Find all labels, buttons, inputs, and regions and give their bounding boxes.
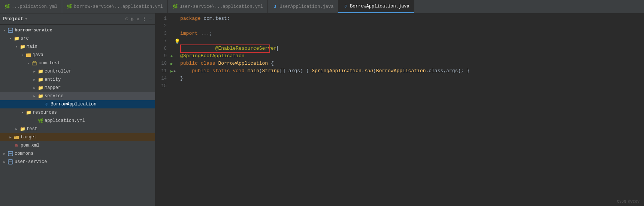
code-line-10: public class BorrowApplication { bbox=[180, 60, 644, 67]
arrow-icon: ▶ bbox=[1, 160, 7, 164]
code-line-15 bbox=[180, 82, 644, 90]
add-button[interactable]: ⊕ bbox=[125, 16, 128, 22]
java-app-icon: J bbox=[43, 101, 49, 107]
tree-item-resources[interactable]: ▾ 📁 resources bbox=[0, 108, 155, 117]
line-num-8: 8 bbox=[155, 45, 167, 52]
tree-item-pom-xml[interactable]: m pom.xml bbox=[0, 141, 155, 150]
package-icon bbox=[31, 60, 37, 66]
tab-borrow-application-java[interactable]: J BorrowApplication.java bbox=[338, 0, 414, 13]
tree-label: borrow-service bbox=[15, 28, 52, 33]
code-line-3: import ...; bbox=[180, 30, 644, 37]
spring-icon: 🌿 bbox=[4, 4, 10, 9]
tree-label: user-service bbox=[15, 159, 47, 165]
gutter-1 bbox=[170, 15, 179, 22]
gutter-11: ▶ ▶ bbox=[170, 67, 179, 75]
code-area: 1 2 3 7 8 9 10 11 14 15 ◈ ▶ bbox=[155, 13, 644, 206]
spring-icon: 🌿 bbox=[37, 118, 43, 124]
tree-label: main bbox=[27, 44, 37, 49]
spring-icon: 🌿 bbox=[67, 4, 72, 9]
gutter-8 bbox=[170, 45, 179, 52]
tree-label: target bbox=[21, 135, 37, 140]
tab-application-yml-1[interactable]: 🌿 ...pplication.yml bbox=[0, 0, 62, 13]
tree-item-target[interactable]: ▶ target bbox=[0, 133, 155, 141]
java-icon: J bbox=[343, 4, 348, 9]
tree-label: pom.xml bbox=[21, 143, 39, 148]
tab-user-application-yml[interactable]: 🌿 user-service\...application.yml bbox=[168, 0, 268, 13]
tab-borrow-application-yml[interactable]: 🌿 borrow-service\...application.yml bbox=[62, 0, 168, 13]
code-lines: package com.test; import ...; 💡 @EnableR… bbox=[179, 15, 644, 205]
tree-item-mapper[interactable]: ▶ 📁 mapper bbox=[0, 84, 155, 92]
java-icon: J bbox=[272, 4, 278, 9]
tree-item-main[interactable]: ▾ 📁 main bbox=[0, 43, 155, 51]
tree-item-borrow-application[interactable]: J BorrowApplication bbox=[0, 100, 155, 108]
arrow-icon: ▾ bbox=[7, 37, 13, 41]
code-content: public static void main(String[] args) {… bbox=[180, 67, 469, 75]
arrow-icon: ▶ bbox=[31, 70, 37, 74]
sidebar-header: Project ▾ ⊕ ⇅ ✕ ⋮ − bbox=[0, 13, 155, 25]
tree-item-src[interactable]: ▾ 📁 src bbox=[0, 34, 155, 43]
code-editor[interactable]: 1 2 3 7 8 9 10 11 14 15 ◈ ▶ bbox=[155, 13, 644, 206]
tab-label: BorrowApplication.java bbox=[350, 4, 409, 9]
tree-label: commons bbox=[15, 151, 33, 156]
main-area: Project ▾ ⊕ ⇅ ✕ ⋮ − ▾ borrow-service ▾ 📁… bbox=[0, 13, 644, 206]
tree-label: resources bbox=[33, 110, 57, 115]
tree-label: controller bbox=[45, 69, 72, 74]
folder-icon: 📁 bbox=[37, 68, 43, 74]
gutter-10[interactable]: ▶ bbox=[170, 60, 179, 67]
line-num-1: 1 bbox=[155, 15, 167, 22]
module-icon bbox=[7, 151, 13, 157]
minimize-button[interactable]: − bbox=[149, 16, 152, 22]
gutter-2 bbox=[170, 22, 179, 30]
code-line-14: } bbox=[180, 75, 644, 82]
folder-icon: 📁 bbox=[13, 36, 19, 41]
line-num-2: 2 bbox=[155, 22, 167, 30]
arrow-icon: ▶ bbox=[7, 135, 13, 139]
expand-icon[interactable]: ▶ bbox=[174, 69, 176, 73]
expand-button[interactable]: ⇅ bbox=[131, 16, 134, 22]
tree-item-borrow-service[interactable]: ▾ borrow-service bbox=[0, 26, 155, 34]
folder-yellow-icon bbox=[25, 52, 31, 58]
tab-bar: 🌿 ...pplication.yml 🌿 borrow-service\...… bbox=[0, 0, 644, 13]
arrow-icon: ▶ bbox=[31, 78, 37, 82]
tree-item-service[interactable]: ▶ 📁 service bbox=[0, 92, 155, 100]
code-line-9: @SpringBootApplication bbox=[180, 52, 644, 60]
tree-item-test[interactable]: ▶ 📁 test bbox=[0, 125, 155, 133]
tree-item-java[interactable]: ▾ java bbox=[0, 51, 155, 59]
sidebar-dropdown-icon[interactable]: ▾ bbox=[25, 16, 28, 21]
line-num-9: 9 bbox=[155, 52, 167, 60]
line-num-10: 10 bbox=[155, 60, 167, 67]
tree-label: application.yml bbox=[45, 118, 85, 123]
tree-label: com.test bbox=[39, 61, 60, 66]
arrow-icon: ▶ bbox=[31, 94, 37, 98]
folder-icon: 📁 bbox=[19, 126, 25, 132]
arrow-icon: ▶ bbox=[31, 86, 37, 90]
tree-item-controller[interactable]: ▶ 📁 controller bbox=[0, 67, 155, 76]
arrow-icon: ▾ bbox=[1, 28, 7, 33]
tab-user-application-java[interactable]: J UserApplication.java bbox=[268, 0, 338, 13]
tree-item-com-test[interactable]: ▾ com.test bbox=[0, 59, 155, 67]
line-num-3: 3 bbox=[155, 30, 167, 37]
tree-item-entity[interactable]: ▶ 📁 entity bbox=[0, 76, 155, 84]
tree-item-application-yml[interactable]: 🌿 application.yml bbox=[0, 117, 155, 125]
code-content: @SpringBootApplication bbox=[180, 52, 245, 60]
close-button[interactable]: ✕ bbox=[136, 16, 139, 22]
tab-label: UserApplication.java bbox=[279, 4, 333, 9]
more-button[interactable]: ⋮ bbox=[142, 16, 147, 22]
tree-label: BorrowApplication bbox=[51, 102, 96, 107]
arrow-icon: ▶ bbox=[1, 152, 7, 156]
watermark: CSDN @vcoy bbox=[617, 200, 640, 204]
arrow-icon: ▶ bbox=[13, 127, 19, 131]
line-num-14: 14 bbox=[155, 75, 167, 82]
tree-label: service bbox=[45, 93, 63, 99]
file-tree: ▾ borrow-service ▾ 📁 src ▾ 📁 main ▾ java bbox=[0, 25, 155, 167]
code-line-1: package com.test; bbox=[180, 15, 644, 22]
tree-item-user-service[interactable]: ▶ user-service bbox=[0, 158, 155, 166]
module-icon bbox=[7, 159, 13, 165]
code-content: package com.test; bbox=[180, 15, 230, 22]
tree-item-commons[interactable]: ▶ commons bbox=[0, 150, 155, 158]
spring-icon: 🌿 bbox=[172, 4, 178, 9]
gutter-3 bbox=[170, 30, 179, 37]
run-icon[interactable]: ▶ bbox=[170, 69, 173, 74]
folder-yellow-icon bbox=[13, 134, 19, 140]
gutter-9: ◈ bbox=[170, 52, 179, 60]
